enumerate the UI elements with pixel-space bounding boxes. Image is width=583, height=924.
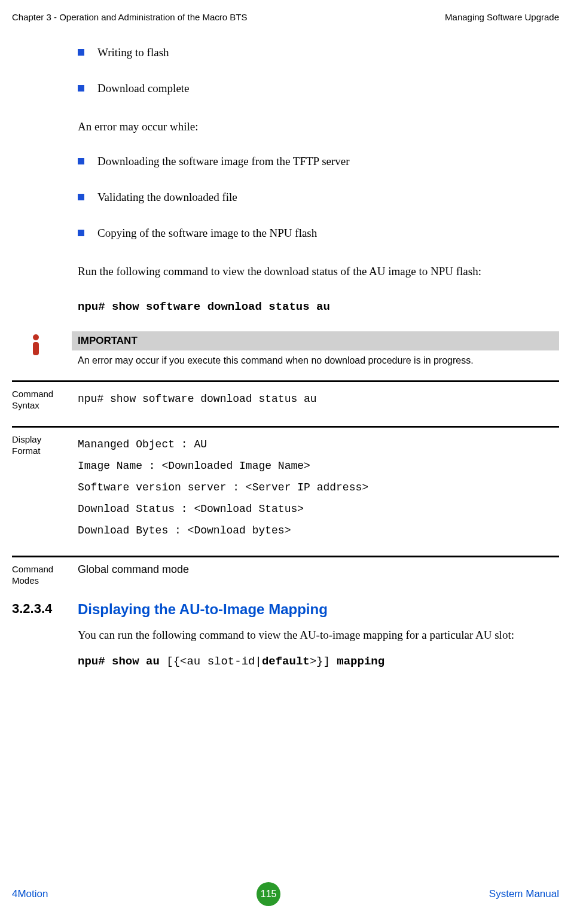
ref-content: npu# show software download status au bbox=[78, 388, 559, 411]
page-footer: 4Motion 115 System Manual bbox=[12, 882, 559, 906]
ref-label: Display Format bbox=[12, 434, 78, 541]
command-line: npu# show au [{<au slot-id|default>}] ma… bbox=[78, 655, 559, 668]
page-header: Chapter 3 - Operation and Administration… bbox=[12, 12, 559, 22]
page-number-badge: 115 bbox=[257, 882, 280, 906]
bullet-text: Validating the downloaded file bbox=[97, 191, 237, 204]
bullet-icon bbox=[78, 85, 84, 92]
important-callout: IMPORTANT An error may occur if you exec… bbox=[30, 331, 559, 366]
svg-rect-1 bbox=[33, 342, 39, 355]
bullet-icon bbox=[78, 49, 84, 56]
important-title: IMPORTANT bbox=[72, 331, 559, 350]
section-title: Displaying the AU-to-Image Mapping bbox=[78, 601, 328, 618]
info-icon bbox=[30, 334, 49, 361]
ref-label: Command Syntax bbox=[12, 388, 78, 411]
bullet-text: Download complete bbox=[97, 82, 190, 95]
bullet-text: Downloading the software image from the … bbox=[97, 155, 350, 168]
command-line: npu# show software download status au bbox=[78, 300, 559, 313]
display-line: Download Bytes : <Download bytes> bbox=[78, 520, 559, 541]
command-syntax-block: Command Syntax npu# show software downlo… bbox=[12, 380, 559, 411]
paragraph: An error may occur while: bbox=[78, 118, 559, 136]
cmd-part: mapping bbox=[337, 655, 384, 668]
display-line: Image Name : <Downloaded Image Name> bbox=[78, 455, 559, 477]
bullet-text: Writing to flash bbox=[97, 46, 169, 59]
footer-left: 4Motion bbox=[12, 888, 48, 900]
list-item: Downloading the software image from the … bbox=[78, 155, 559, 168]
cmd-part: [{<au slot-id| bbox=[166, 655, 262, 668]
list-item: Validating the downloaded file bbox=[78, 191, 559, 204]
footer-right: System Manual bbox=[489, 888, 559, 900]
section-heading: 3.2.3.4 Displaying the AU-to-Image Mappi… bbox=[12, 601, 559, 618]
display-line: Software version server : <Server IP add… bbox=[78, 477, 559, 498]
cmd-part: npu# show au bbox=[78, 655, 166, 668]
ref-content: Mananged Object : AU Image Name : <Downl… bbox=[78, 434, 559, 541]
bullet-icon bbox=[78, 194, 84, 200]
paragraph: You can run the following command to vie… bbox=[78, 626, 559, 644]
list-item: Copying of the software image to the NPU… bbox=[78, 227, 559, 240]
cmd-part: >}] bbox=[310, 655, 337, 668]
list-item: Download complete bbox=[78, 82, 559, 95]
bullet-icon bbox=[78, 158, 84, 164]
ref-content: Global command mode bbox=[78, 563, 559, 587]
paragraph: Run the following command to view the do… bbox=[78, 263, 559, 280]
display-line: Download Status : <Download Status> bbox=[78, 498, 559, 520]
display-format-block: Display Format Mananged Object : AU Imag… bbox=[12, 426, 559, 541]
bullet-icon bbox=[78, 230, 84, 236]
bullet-text: Copying of the software image to the NPU… bbox=[97, 227, 317, 240]
display-line: Mananged Object : AU bbox=[78, 434, 559, 455]
ref-label: Command Modes bbox=[12, 563, 78, 587]
list-item: Writing to flash bbox=[78, 46, 559, 59]
cmd-part: default bbox=[262, 655, 310, 668]
important-text: An error may occur if you execute this c… bbox=[72, 355, 559, 366]
header-left: Chapter 3 - Operation and Administration… bbox=[12, 12, 248, 22]
command-modes-block: Command Modes Global command mode bbox=[12, 556, 559, 587]
header-right: Managing Software Upgrade bbox=[445, 12, 559, 22]
section-number: 3.2.3.4 bbox=[12, 601, 78, 618]
svg-point-0 bbox=[33, 334, 39, 340]
